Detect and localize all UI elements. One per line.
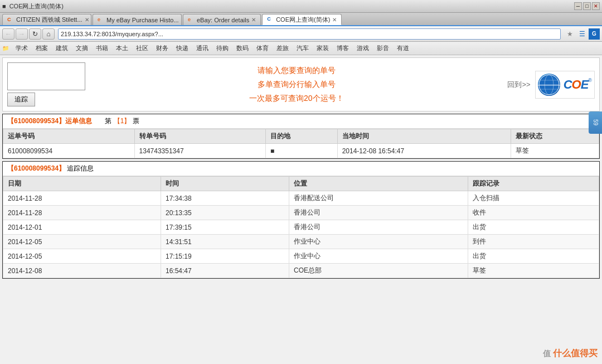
cell-record-2: 出货 — [468, 220, 599, 235]
header-instructions: 请输入您要查询的单号 多单查询分行输入单号 一次最多可查询20个运号！ — [249, 64, 344, 106]
cell-record-5: 草签 — [468, 264, 599, 278]
cell-date-4: 2014-12-05 — [3, 249, 161, 264]
cell-transfer-num: 134743351347 — [134, 144, 266, 158]
tracking-table: 日期 时间 位置 跟踪记录 2014-11-28 17:34:38 香港配送公司… — [3, 176, 599, 278]
coe-logo: COE ® — [535, 71, 595, 99]
page-content: 追踪 请输入您要查询的单号 多单查询分行输入单号 一次最多可查询20个运号！ 回… — [0, 55, 602, 364]
bookmark-star[interactable]: ★ — [564, 28, 575, 40]
shipment-info-section: 【610008099534】运单信息 第 【1】 票 运单号码 转单号码 目的地… — [2, 114, 600, 159]
tab-ebay-history[interactable]: e My eBay Purchase Histo... ✕ — [93, 14, 182, 25]
table-row: 2014-11-28 20:13:35 香港公司 收件 — [3, 206, 599, 220]
col-destination: 目的地 — [266, 129, 338, 144]
col-latest-status: 最新状态 — [511, 129, 599, 144]
watermark-text: 什么值得买 — [553, 348, 598, 358]
bookmark-wenzhai[interactable]: 文摘 — [72, 43, 91, 54]
bookmark-dangan[interactable]: 档案 — [32, 43, 51, 54]
side-notification[interactable]: 59 — [589, 111, 602, 134]
address-text: 219.133.34.72:8013/myquery.aspx?... — [61, 31, 163, 37]
home-button[interactable]: ⌂ — [42, 28, 55, 40]
bookmark-yinyin[interactable]: 影音 — [373, 43, 392, 54]
cell-destination: ■ — [266, 144, 338, 158]
bookmark-jianzhu[interactable]: 建筑 — [52, 43, 71, 54]
cell-local-time: 2014-12-08 16:54:47 — [337, 144, 511, 158]
coe-letters: COE — [564, 77, 589, 92]
tracking-input[interactable] — [7, 62, 85, 90]
coe-text-logo: COE ® — [564, 77, 592, 92]
tab-close-3[interactable]: ✕ — [251, 17, 256, 23]
col-date: 日期 — [3, 177, 161, 191]
watermark: 值 什么值得买 — [543, 348, 598, 360]
refresh-button[interactable]: ↻ — [29, 28, 41, 40]
bookmark-youdao[interactable]: 有道 — [394, 43, 412, 54]
table-row: 2014-12-05 14:31:51 作业中心 到件 — [3, 235, 599, 249]
bookmark-shequ[interactable]: 社区 — [133, 43, 152, 54]
browser-menu-button[interactable]: ☰ — [576, 28, 588, 40]
shipment-tracking-num: 【610008099534】运单信息 — [7, 117, 92, 125]
tab-close-4[interactable]: ✕ — [332, 17, 337, 23]
bookmark-caiwu[interactable]: 财务 — [153, 43, 172, 54]
bookmark-xueshhu[interactable]: 学术 — [12, 43, 31, 54]
address-bar[interactable]: 219.133.34.72:8013/myquery.aspx?... — [58, 28, 561, 40]
cell-time-3: 14:31:51 — [161, 235, 289, 249]
table-row: 2014-12-05 17:15:19 作业中心 出货 — [3, 249, 599, 264]
track-button[interactable]: 追踪 — [7, 93, 35, 106]
tab-label-2: My eBay Purchase Histo... — [106, 17, 179, 23]
header-right: 回到>> C — [507, 71, 595, 99]
cell-record-1: 收件 — [468, 206, 599, 220]
instruction-line-1: 请输入您要查询的单号 — [249, 64, 344, 77]
tab-favicon-4: C — [267, 16, 274, 23]
cell-time-5: 16:54:47 — [161, 264, 289, 278]
tab-close-1[interactable]: ✕ — [85, 17, 89, 23]
col-tracking-record: 跟踪记录 — [468, 177, 599, 191]
minimize-button[interactable]: ─ — [574, 2, 582, 10]
cell-location-2: 香港公司 — [289, 220, 468, 235]
tab-ebay-order[interactable]: e eBay: Order details ✕ — [183, 14, 261, 25]
cell-location-4: 作业中心 — [289, 249, 468, 264]
cell-location-5: COE总部 — [289, 264, 468, 278]
bookmarks-label: 📁 — [2, 45, 9, 51]
counter-suffix: 票 — [133, 117, 139, 125]
bookmark-bentu[interactable]: 本土 — [113, 43, 132, 54]
forward-button[interactable]: → — [16, 28, 28, 40]
bookmark-youxi[interactable]: 游戏 — [353, 43, 372, 54]
chrome-icon[interactable]: G — [589, 28, 600, 40]
browser-titlebar: ■ COE网上查询(简体) ─ □ ✕ — [0, 0, 602, 13]
bookmark-tongxun[interactable]: 通讯 — [193, 43, 212, 54]
bookmark-blog[interactable]: 博客 — [333, 43, 352, 54]
cell-tracking-num: 610008099534 — [3, 144, 135, 158]
tab-favicon-3: e — [188, 17, 195, 23]
tab-label-4: COE网上查询(简体) — [276, 16, 330, 24]
browser-content: 追踪 请输入您要查询的单号 多单查询分行输入单号 一次最多可查询20个运号！ 回… — [0, 55, 602, 364]
close-button[interactable]: ✕ — [592, 2, 600, 10]
tracking-title-num: 【610008099534】 — [7, 164, 65, 172]
back-button[interactable]: ← — [2, 28, 14, 40]
table-row: 2014-12-08 16:54:47 COE总部 草签 — [3, 264, 599, 278]
bookmark-qiche[interactable]: 汽车 — [293, 43, 312, 54]
header-left: 追踪 — [7, 62, 85, 106]
cell-location-1: 香港公司 — [289, 206, 468, 220]
bookmark-chalv[interactable]: 差旅 — [273, 43, 292, 54]
bookmark-kuaidi[interactable]: 快递 — [173, 43, 192, 54]
nav-bar: ← → ↻ ⌂ 219.133.34.72:8013/myquery.aspx?… — [0, 26, 602, 42]
bookmark-daigou[interactable]: 待购 — [213, 43, 232, 54]
shipment-title: 【610008099534】运单信息 第 【1】 票 — [3, 114, 599, 129]
bookmark-tiyu[interactable]: 体育 — [253, 43, 272, 54]
counter-label: 第 — [105, 117, 111, 125]
tracking-input-row: 追踪 — [7, 62, 85, 106]
bookmark-shuji[interactable]: 书籍 — [93, 43, 111, 54]
tab-coe[interactable]: C COE网上查询(简体) ✕ — [262, 14, 342, 25]
bookmark-jiazhuang[interactable]: 家装 — [313, 43, 332, 54]
table-row: 2014-11-28 17:34:38 香港配送公司 入仓扫描 — [3, 191, 599, 206]
cell-location-0: 香港配送公司 — [289, 191, 468, 206]
header-section: 追踪 请输入您要查询的单号 多单查询分行输入单号 一次最多可查询20个运号！ 回… — [2, 57, 600, 111]
maximize-button[interactable]: □ — [583, 2, 591, 10]
bookmark-shuma[interactable]: 数码 — [233, 43, 252, 54]
tab-bar: C CITIZEN 西铁城 Stilett... ✕ e My eBay Pur… — [0, 13, 602, 26]
tracking-title-label: 追踪信息 — [67, 164, 94, 172]
tab-favicon-1: C — [7, 17, 14, 23]
cell-time-2: 17:39:15 — [161, 220, 289, 235]
tab-citizen[interactable]: C CITIZEN 西铁城 Stilett... ✕ — [2, 14, 91, 25]
tab-label-1: CITIZEN 西铁城 Stilett... — [16, 16, 82, 24]
tab-close-2[interactable]: ✕ — [181, 17, 182, 23]
registered-mark: ® — [588, 77, 592, 83]
